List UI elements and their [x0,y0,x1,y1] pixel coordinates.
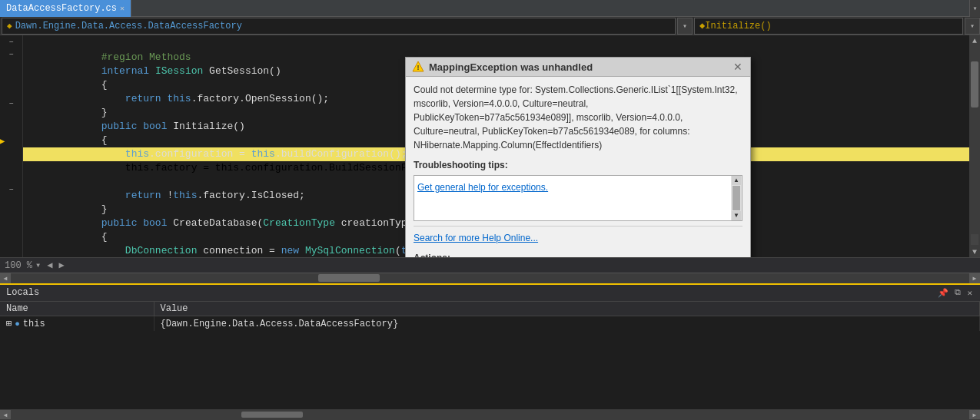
editor-bottom-bar: 100 % ▾ ◀ ▶ [0,257,980,273]
pane-title: Locals [6,287,39,298]
bottom-hscroll-right[interactable]: ▶ [969,410,980,419]
tips-scroll-down[interactable]: ▼ [732,211,741,220]
close-pane-button[interactable]: ✕ [965,288,974,298]
tab-dataAccessFactory[interactable]: DataAccessFactory.cs ✕ [0,0,131,17]
hscroll-right[interactable]: ▶ [969,273,980,283]
gutter-line-6: − [0,98,22,111]
gutter-line-3 [0,61,22,74]
gutter-line-2: − [0,49,22,61]
gutter-line-13: − [0,184,22,196]
dialog-title-text: MappingException was unhandled [429,61,593,73]
nav-bar: ◆ Dawn.Engine.Data.Access.DataAccessFact… [0,17,980,35]
dialog-separator [414,226,742,227]
gutter-line-18 [0,245,22,257]
hscroll-thumb[interactable] [318,274,380,282]
gutter-line-15 [0,208,22,220]
bottom-hscrollbar[interactable]: ◀ ▶ [0,409,980,420]
exception-dialog: ! MappingException was unhandled ✕ Could… [405,57,751,257]
scroll-grip[interactable] [971,234,978,245]
nav-dropdown[interactable]: ▾ [677,18,693,35]
scroll-down-icon[interactable]: ▼ [972,246,977,257]
dialog-close-button[interactable]: ✕ [732,61,744,73]
editor-container: − − − ▶ − [0,35,980,257]
scroll-right-icon[interactable]: ▾ [969,0,980,17]
tips-box: Get general help for exceptions. ▲ ▼ [414,175,742,221]
pane-controls: 📌 ⧉ ✕ [936,288,974,298]
method-nav-text: Initialize() [705,21,771,31]
gutter-line-16 [0,220,22,233]
zoom-dropdown[interactable]: ▾ [35,260,41,271]
tab-label: DataAccessFactory.cs [6,3,117,14]
svg-text:!: ! [417,64,420,71]
expand-icon-1[interactable]: − [8,38,13,47]
bottom-hscroll-left[interactable]: ◀ [0,410,11,419]
col-name: Name [0,302,154,316]
editor-gutter: − − − ▶ − [0,35,23,257]
gutter-line-9: ▶ [0,135,22,147]
method-dropdown[interactable]: ▾ [965,18,980,35]
gutter-line-12 [0,171,22,184]
gutter-line-11 [0,160,22,172]
gutter-line-10 [0,147,22,160]
zoom-control[interactable]: 100 % ▾ [5,260,41,271]
warning-icon: ! [412,61,424,73]
expand-icon-2[interactable]: − [8,51,13,59]
expand-icon-13[interactable]: − [8,186,13,194]
col-value: Value [154,302,980,316]
gutter-line-1: − [0,37,22,49]
tips-scroll-thumb[interactable] [733,186,740,210]
scroll-right-arrow[interactable]: ▶ [58,260,64,271]
locals-content: Name Value ⊞ ● this {Dawn.Engine [0,302,980,409]
editor-scrollbar[interactable]: ▲ ▼ [969,35,980,257]
class-nav-text: Dawn.Engine.Data.Access.DataAccessFactor… [15,21,242,31]
execution-arrow: ▶ [0,134,5,147]
tab-close-icon[interactable]: ✕ [120,4,125,13]
search-help-link[interactable]: Search for more Help Online... [414,231,742,245]
troubleshooting-label: Troubleshooting tips: [414,158,742,172]
gutter-line-5 [0,86,22,98]
gutter-line-17 [0,233,22,245]
float-button[interactable]: ⧉ [953,288,962,297]
row-name: ⊞ ● this [0,316,154,331]
class-nav[interactable]: ◆ Dawn.Engine.Data.Access.DataAccessFact… [2,18,676,35]
zoom-label: 100 % [5,260,32,271]
exception-message: Could not determine type for: System.Col… [414,84,738,150]
hscroll-left[interactable]: ◀ [0,273,11,283]
scroll-thumb[interactable] [971,61,978,107]
object-icon: ● [15,319,20,329]
locals-pane: Locals 📌 ⧉ ✕ Name Value [0,283,980,420]
actions-label: Actions: [414,251,742,257]
gutter-line-8 [0,123,22,135]
dialog-title-left: ! MappingException was unhandled [412,61,593,73]
dialog-title-bar: ! MappingException was unhandled ✕ [406,58,750,77]
gutter-line-14 [0,196,22,208]
expand-icon-6[interactable]: − [8,100,13,108]
locals-table: Name Value ⊞ ● this {Dawn.Engine [0,302,980,332]
pin-button[interactable]: 📌 [936,288,950,298]
pane-header: Locals 📌 ⧉ ✕ [0,285,980,302]
row-value: {Dawn.Engine.Data.Access.DataAccessFacto… [154,316,980,331]
scroll-up-icon[interactable]: ▲ [972,35,977,46]
code-line-1: #region Methods [23,37,969,51]
class-nav-icon: ◆ [7,21,12,31]
table-row: ⊞ ● this {Dawn.Engine.Data.Access.DataAc… [0,316,980,331]
gutter-line-4 [0,74,22,86]
tips-scrollbar[interactable]: ▲ ▼ [731,176,742,220]
method-nav-icon: ◆ [699,20,705,31]
gutter-line-7 [0,111,22,123]
tab-bar: DataAccessFactory.cs ✕ ▾ [0,0,980,17]
dialog-body: Could not determine type for: System.Col… [406,77,750,257]
scroll-left-arrow[interactable]: ◀ [47,260,52,271]
tips-scroll-up[interactable]: ▲ [732,176,741,185]
bottom-hscroll-thumb[interactable] [241,412,303,418]
expand-row-icon[interactable]: ⊞ [6,318,12,329]
editor-hscrollbar[interactable]: ◀ ▶ [0,273,980,283]
tip-link[interactable]: Get general help for exceptions. [417,180,739,194]
method-nav[interactable]: ◆ Initialize() [694,18,963,35]
row-name-text: this [23,319,45,329]
